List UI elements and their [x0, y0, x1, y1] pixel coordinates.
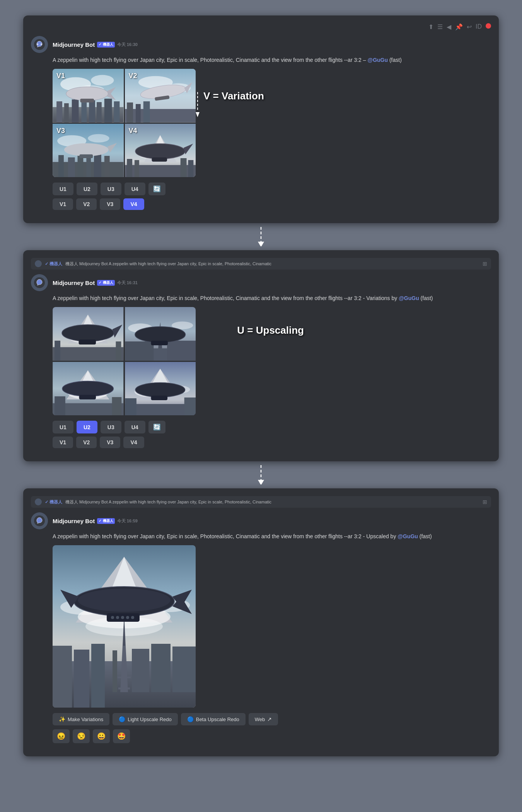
- grid-cell-v2[interactable]: V2: [125, 69, 196, 123]
- panel-2: ✓ 機器人 機器人 Midjourney Bot A zeppelin with…: [23, 250, 499, 461]
- emoji-love[interactable]: 🤩: [113, 729, 130, 743]
- svg-rect-101: [125, 398, 136, 415]
- beta-upscale-icon: 🔵: [187, 716, 194, 722]
- grid-cell-2-3[interactable]: [53, 362, 124, 416]
- svg-marker-60: [258, 242, 264, 246]
- grid-cell-v3[interactable]: V3: [53, 124, 124, 177]
- beta-upscale-button[interactable]: 🔵 Beta Upscale Redo: [181, 713, 246, 725]
- bot-avatar-1: [31, 36, 48, 53]
- u3-button-2[interactable]: U3: [101, 421, 121, 433]
- emoji-angry[interactable]: 😖: [53, 729, 70, 743]
- toolbar: ⬆ ☰ ◀ 📌 ↩ ID: [31, 23, 491, 31]
- msg-meta-2: Midjourney Bot ✓ 機器人 今天 16:31: [53, 280, 138, 286]
- menu-icon[interactable]: ☰: [437, 23, 443, 31]
- expand-icon-3[interactable]: ⊞: [483, 499, 487, 505]
- expand-icon-2[interactable]: ⊞: [483, 261, 487, 267]
- msg-text-3: A zeppelin with high tech flying over Ja…: [53, 532, 491, 541]
- refresh-button-1[interactable]: 🔄: [148, 183, 165, 195]
- svg-point-32: [88, 134, 109, 142]
- mention-2[interactable]: @GuGu: [399, 295, 419, 301]
- svg-rect-94: [79, 395, 96, 399]
- image-grid-2: [53, 307, 196, 415]
- mention-1[interactable]: @GuGu: [368, 57, 388, 63]
- u4-button-2[interactable]: U4: [125, 421, 145, 433]
- svg-rect-52: [188, 160, 193, 177]
- grid-container-1: V1: [53, 69, 196, 183]
- u-btn-row-2: U1 U2 U3 U4 🔄: [53, 421, 491, 433]
- action-btn-row: ✨ Make Variations 🔵 Light Upscale Redo 🔵…: [53, 713, 491, 725]
- v3-button-2[interactable]: V3: [100, 437, 120, 448]
- msg-content-1: A zeppelin with high tech flying over Ja…: [53, 56, 491, 210]
- svg-rect-118: [74, 650, 89, 708]
- svg-rect-121: [118, 687, 130, 689]
- preview-verified-2: ✓ 機器人: [45, 261, 62, 267]
- svg-point-137: [121, 616, 124, 619]
- verified-badge-1: ✓ 機器人: [97, 42, 115, 48]
- v-label-annotation: V = Variation: [203, 90, 264, 102]
- svg-rect-38: [94, 154, 101, 177]
- v2-button-1[interactable]: V2: [76, 198, 97, 210]
- preview-bar-3: ✓ 機器人 機器人 Midjourney Bot A zeppelin with…: [31, 496, 491, 508]
- v-btn-row-2: V1 V2 V3 V4: [53, 437, 491, 448]
- svg-point-3: [91, 75, 114, 86]
- prompt-text-3: A zeppelin with high tech flying over Ja…: [53, 533, 362, 539]
- svg-rect-66: [53, 347, 123, 361]
- msg-time-1: 今天 16:30: [117, 42, 138, 48]
- u1-button-1[interactable]: U1: [53, 183, 73, 195]
- bot-avatar-3: [31, 512, 48, 529]
- upscaled-image: [53, 545, 196, 708]
- light-upscale-label: Light Upscale Redo: [128, 716, 171, 722]
- reply-icon[interactable]: ⬆: [428, 23, 433, 31]
- web-button[interactable]: Web ↗: [249, 713, 278, 725]
- grid-cell-v1[interactable]: V1: [53, 69, 124, 123]
- svg-rect-7: [64, 103, 69, 122]
- make-variations-button[interactable]: ✨ Make Variations: [53, 713, 109, 725]
- u4-button-1[interactable]: U4: [125, 183, 145, 195]
- grid-cell-2-2[interactable]: [125, 307, 196, 361]
- light-upscale-button[interactable]: 🔵 Light Upscale Redo: [113, 713, 177, 725]
- mini-avatar-3: [35, 498, 42, 505]
- preview-bar-2: ✓ 機器人 機器人 Midjourney Bot A zeppelin with…: [31, 258, 491, 270]
- svg-point-138: [126, 616, 129, 619]
- v2-button-2[interactable]: V2: [76, 437, 97, 448]
- u1-button-2[interactable]: U1: [53, 421, 73, 433]
- emoji-happy[interactable]: 😀: [93, 729, 110, 743]
- v3-button-1[interactable]: V3: [100, 198, 120, 210]
- svg-rect-10: [89, 100, 95, 122]
- svg-rect-81: [167, 341, 196, 360]
- emoji-sad[interactable]: 😒: [73, 729, 90, 743]
- svg-point-130: [78, 589, 171, 612]
- svg-rect-24: [135, 104, 140, 122]
- u2-button-2[interactable]: U2: [77, 421, 97, 433]
- grid-cell-2-4[interactable]: [125, 362, 196, 416]
- username-3: Midjourney Bot ✓ 機器人 今天 16:59: [53, 518, 138, 524]
- msg-meta-3: Midjourney Bot ✓ 機器人 今天 16:59: [53, 518, 138, 524]
- pin-icon[interactable]: 📌: [455, 23, 463, 31]
- close-icon[interactable]: [486, 23, 491, 29]
- refresh-button-2[interactable]: 🔄: [148, 421, 165, 433]
- u2-button-1[interactable]: U2: [77, 183, 97, 195]
- u3-button-1[interactable]: U3: [101, 183, 121, 195]
- v4-button-2[interactable]: V4: [123, 437, 144, 448]
- id-icon[interactable]: ID: [476, 23, 482, 31]
- v1-button-1[interactable]: V1: [53, 198, 73, 210]
- mention-3[interactable]: @GuGu: [397, 533, 418, 539]
- bot-avatar-2: [31, 274, 48, 291]
- v4-button-1[interactable]: V4: [123, 198, 144, 210]
- arrow-2-3: [23, 465, 499, 484]
- make-variations-label: Make Variations: [68, 716, 103, 722]
- bot-name-2: Midjourney Bot: [53, 280, 95, 286]
- image-grid-1: V1: [53, 69, 196, 177]
- svg-rect-71: [79, 339, 96, 345]
- grid-cell-v4[interactable]: V4: [125, 124, 196, 177]
- message-header-1: Midjourney Bot ✓ 機器人 今天 16:30: [31, 36, 491, 53]
- back-icon[interactable]: ◀: [447, 23, 451, 31]
- mini-avatar-2: [35, 260, 42, 267]
- msg-content-2: A zeppelin with high tech flying over Ja…: [53, 294, 491, 448]
- v1-button-2[interactable]: V1: [53, 437, 73, 448]
- svg-rect-39: [104, 156, 110, 177]
- undo-icon[interactable]: ↩: [467, 23, 472, 31]
- suffix-2: - Variations by: [363, 295, 397, 301]
- grid-cell-2-1[interactable]: [53, 307, 124, 361]
- suffix-3: - Upscaled by: [363, 533, 396, 539]
